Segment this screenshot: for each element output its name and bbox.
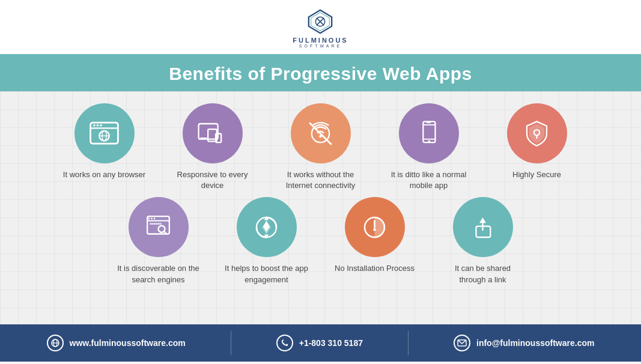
logo-name: FULMINOUS <box>293 37 348 44</box>
benefit-boost: It helps to boost the app engagement <box>225 197 309 285</box>
globe-icon <box>47 335 64 351</box>
email-text: info@fulminoussoftware.com <box>476 338 594 348</box>
page-title: Benefits of Progressive Web Apps <box>0 64 641 84</box>
benefit-label-browser: It works on any browser <box>63 169 145 180</box>
svg-point-10 <box>93 124 96 126</box>
svg-rect-27 <box>147 216 169 234</box>
benefit-search: It is discoverable on the search engines <box>117 197 201 285</box>
footer-divider-1 <box>231 331 231 355</box>
benefit-browser: It works on any browser <box>62 103 147 191</box>
benefit-label-share: It can be shared through a link <box>441 263 525 285</box>
benefits-row-1: It works on any browser Responsive to ev… <box>36 103 605 191</box>
benefit-icon-boost <box>237 197 297 257</box>
benefit-label-responsive: Responsive to every device <box>171 169 255 191</box>
footer-email: info@fulminoussoftware.com <box>454 335 594 351</box>
benefit-offline: It works without the Internet connectivi… <box>279 103 363 191</box>
benefit-label-mobile: It is ditto like a normal mobile app <box>387 169 471 191</box>
footer: www.fulminoussoftware.com +1-803 310 518… <box>0 324 641 362</box>
benefit-label-search: It is discoverable on the search engines <box>117 263 201 285</box>
phone-icon <box>276 335 293 351</box>
benefit-icon-offline <box>291 103 351 163</box>
benefit-responsive: Responsive to every device <box>171 103 255 191</box>
footer-website: www.fulminoussoftware.com <box>47 335 186 351</box>
website-text: www.fulminoussoftware.com <box>70 338 186 348</box>
benefit-label-boost: It helps to boost the app engagement <box>225 263 309 285</box>
logo-icon <box>306 8 334 35</box>
benefit-mobile: It is ditto like a normal mobile app <box>387 103 471 191</box>
logo: FULMINOUS SOFTWARE <box>293 8 348 48</box>
svg-rect-32 <box>150 223 162 225</box>
svg-marker-43 <box>479 217 486 223</box>
benefit-icon-mobile <box>399 103 459 163</box>
svg-rect-24 <box>427 122 431 123</box>
main-content: It works on any browser Responsive to ev… <box>0 91 641 324</box>
svg-point-30 <box>151 217 153 219</box>
benefit-label-noinstall: No Installation Process <box>335 263 415 274</box>
svg-line-19 <box>309 123 332 145</box>
benefit-icon-share <box>453 197 513 257</box>
benefit-label-offline: It works without the Internet connectivi… <box>279 169 363 191</box>
benefit-label-secure: Highly Secure <box>512 169 561 180</box>
benefit-icon-noinstall <box>345 197 405 257</box>
svg-point-29 <box>148 217 150 219</box>
benefit-noinstall: No Installation Process <box>333 197 417 285</box>
footer-divider-2 <box>408 331 409 355</box>
footer-phone: +1-803 310 5187 <box>276 335 363 351</box>
svg-point-40 <box>373 228 376 231</box>
benefit-share: It can be shared through a link <box>441 197 525 285</box>
logo-section: FULMINOUS SOFTWARE <box>0 0 641 54</box>
svg-point-31 <box>154 217 156 219</box>
benefit-icon-responsive <box>183 103 243 163</box>
svg-point-23 <box>428 140 431 142</box>
logo-subname: SOFTWARE <box>299 44 342 48</box>
benefit-secure: Highly Secure <box>495 103 579 191</box>
phone-text: +1-803 310 5187 <box>299 338 363 348</box>
benefits-row-2: It is discoverable on the search engines… <box>36 197 605 285</box>
svg-point-11 <box>97 124 99 126</box>
svg-point-12 <box>100 124 102 126</box>
benefit-icon-search <box>129 197 189 257</box>
email-icon <box>454 335 470 351</box>
benefit-icon-browser <box>74 103 135 163</box>
header-banner: Benefits of Progressive Web Apps <box>0 54 641 91</box>
benefit-icon-secure <box>507 103 567 163</box>
